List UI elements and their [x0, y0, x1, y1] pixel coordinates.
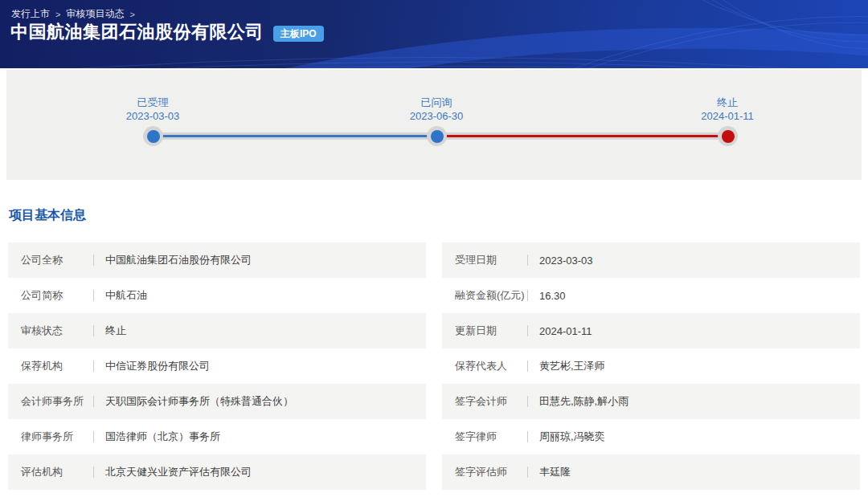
label-value-divider [527, 325, 528, 336]
info-row-acceptance-date: 受理日期 2023-03-03 [442, 242, 860, 278]
info-label: 公司简称 [21, 288, 93, 303]
info-label: 保荐机构 [21, 359, 93, 373]
info-label: 会计师事务所 [21, 394, 93, 409]
info-row-financing-amount: 融资金额(亿元) 16.30 [442, 278, 860, 313]
info-value: 16.30 [539, 290, 566, 302]
label-value-divider [527, 361, 528, 372]
breadcrumb-separator-icon: > [129, 10, 134, 19]
info-value: 2024-01-11 [539, 325, 592, 337]
info-label: 公司全称 [21, 253, 93, 267]
info-value: 周丽琼,冯晓奕 [539, 430, 605, 444]
info-row-signing-appraiser: 签字评估师 丰廷隆 [442, 454, 860, 490]
breadcrumb: 发行上市 > 审核项目动态 > [11, 7, 135, 21]
breadcrumb-item-audit-projects[interactable]: 审核项目动态 [66, 7, 124, 21]
label-value-divider [527, 255, 528, 266]
info-row-company-full-name: 公司全称 中国航油集团石油股份有限公司 [8, 242, 426, 278]
timeline-node-inquired [427, 126, 447, 146]
milestone-terminated: 终止 2024-01-11 [655, 96, 800, 123]
info-label: 更新日期 [455, 324, 527, 338]
info-label: 签字评估师 [455, 465, 527, 479]
label-value-divider [527, 466, 528, 478]
board-ipo-badge: 主板IPO [273, 26, 324, 42]
milestone-status: 已问询 [364, 96, 509, 109]
section-title-basic-info: 项目基本信息 [9, 207, 868, 224]
milestone-date: 2024-01-11 [655, 109, 800, 123]
label-value-divider [93, 396, 94, 407]
milestone-status: 终止 [655, 96, 800, 109]
info-value: 中航石油 [105, 288, 147, 303]
label-value-divider [93, 431, 94, 442]
label-value-divider [93, 255, 94, 266]
info-row-sponsor-representatives: 保荐代表人 黄艺彬,王泽师 [442, 348, 860, 384]
label-value-divider [93, 466, 94, 478]
milestone-status: 已受理 [80, 96, 225, 109]
milestone-accepted: 已受理 2023-03-03 [80, 96, 225, 123]
breadcrumb-item-listing[interactable]: 发行上市 [11, 7, 50, 21]
info-label: 律师事务所 [21, 430, 93, 444]
info-label: 保荐代表人 [455, 359, 527, 373]
milestone-date: 2023-06-30 [364, 109, 509, 123]
info-value: 中信证券股份有限公司 [105, 359, 210, 373]
timeline-segment-inquired-terminated [436, 135, 721, 137]
info-value: 天职国际会计师事务所（特殊普通合伙） [105, 394, 293, 409]
info-row-signing-lawyers: 签字律师 周丽琼,冯晓奕 [442, 419, 860, 454]
info-row-review-status: 审核状态 终止 [8, 313, 426, 348]
info-row-company-short-name: 公司简称 中航石油 [8, 278, 426, 313]
info-row-sponsor-institution: 保荐机构 中信证券股份有限公司 [8, 348, 426, 384]
info-label: 融资金额(亿元) [455, 288, 527, 303]
info-label: 评估机构 [21, 465, 93, 479]
page-header: 发行上市 > 审核项目动态 > 中国航油集团石油股份有限公司 主板IPO [0, 0, 868, 68]
page-title: 中国航油集团石油股份有限公司 [10, 20, 264, 44]
info-value: 黄艺彬,王泽师 [539, 359, 605, 373]
info-value: 田慧先,陈静,解小雨 [539, 394, 628, 409]
milestone-date: 2023-03-03 [80, 109, 225, 123]
info-row-signing-accountants: 签字会计师 田慧先,陈静,解小雨 [442, 384, 860, 419]
info-row-update-date: 更新日期 2024-01-11 [442, 313, 860, 348]
basic-info-left-column: 公司全称 中国航油集团石油股份有限公司 公司简称 中航石油 审核状态 终止 保荐… [8, 242, 426, 490]
info-row-law-firm: 律师事务所 国浩律师（北京）事务所 [8, 419, 426, 454]
timeline-node-accepted [143, 126, 163, 146]
info-value: 终止 [105, 324, 126, 338]
info-value: 北京天健兴业资产评估有限公司 [105, 465, 252, 479]
review-timeline: 已受理 2023-03-03 已问询 2023-06-30 终止 2024-01… [6, 70, 862, 180]
info-row-accounting-firm: 会计师事务所 天职国际会计师事务所（特殊普通合伙） [8, 384, 426, 419]
label-value-divider [527, 290, 528, 301]
label-value-divider [93, 325, 94, 336]
info-value: 2023-03-03 [539, 255, 593, 267]
info-label: 审核状态 [21, 324, 93, 338]
info-label: 签字律师 [455, 430, 527, 444]
info-value: 中国航油集团石油股份有限公司 [105, 253, 252, 267]
info-label: 签字会计师 [455, 394, 527, 409]
info-value: 国浩律师（北京）事务所 [105, 430, 220, 444]
info-value: 丰廷隆 [539, 465, 571, 479]
label-value-divider [93, 361, 94, 372]
timeline-segment-accepted-inquired [153, 135, 436, 137]
milestone-inquired: 已问询 2023-06-30 [364, 96, 509, 123]
breadcrumb-separator-icon: > [55, 10, 60, 19]
label-value-divider [527, 396, 528, 407]
label-value-divider [93, 290, 94, 301]
info-row-appraisal-institution: 评估机构 北京天健兴业资产评估有限公司 [8, 454, 426, 490]
basic-info-right-column: 受理日期 2023-03-03 融资金额(亿元) 16.30 更新日期 2024… [442, 242, 860, 490]
basic-info-grid: 公司全称 中国航油集团石油股份有限公司 公司简称 中航石油 审核状态 终止 保荐… [8, 242, 860, 490]
label-value-divider [527, 431, 528, 442]
info-label: 受理日期 [455, 253, 527, 267]
timeline-node-terminated [718, 126, 738, 146]
